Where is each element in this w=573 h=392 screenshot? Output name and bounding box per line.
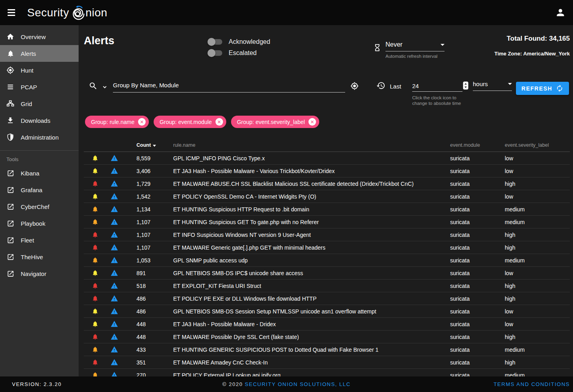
count-cell: 3,406 [122,168,162,174]
severity-label-cell: high [505,181,570,187]
table-row[interactable]: 433 ET HUNTING GENERIC SUSPICIOUS POST t… [84,343,570,356]
warning-triangle-icon [111,307,118,315]
external-link-icon [6,169,15,177]
table-row[interactable]: 518 ET EXPLOIT_KIT Fiesta URI Struct sur… [84,280,570,292]
rule-name-cell: ET POLICY External IP Lookup api.ipify.o… [162,372,450,377]
table-row[interactable]: 1,053 GPL SNMP public access udp suricat… [84,254,570,267]
external-link-icon [6,236,15,244]
user-account-icon[interactable] [551,3,570,22]
sidebar-item-hunt[interactable]: Hunt [0,62,79,79]
escalated-toggle[interactable]: Escalated [209,47,270,59]
alert-bell-icon [92,193,99,200]
table-row[interactable]: 448 ET JA3 Hash - Possible Malware - Dri… [84,318,570,331]
event-module-cell: suricata [450,219,505,225]
table-row[interactable]: 486 GPL NETBIOS SMB-DS Session Setup NTM… [84,305,570,318]
time-range-prefix: Last [390,83,401,90]
tools-section-header: Tools [0,151,79,165]
column-header-count[interactable]: Count [122,142,162,148]
table-row[interactable]: 1,134 ET HUNTING Suspicious HTTP Request… [84,203,570,216]
number-stepper-icon[interactable] [463,81,468,90]
filter-chip-group-rule-name[interactable]: Group: rule.name ✕ [85,116,149,128]
filter-chip-group-event-severity-label[interactable]: Group: event.severity_label ✕ [231,116,319,128]
chevron-down-icon [441,44,445,46]
table-row[interactable]: 1,107 ET MALWARE Generic gate[.].php GET… [84,241,570,254]
sidebar-item-cyberchef[interactable]: CyberChef [0,198,79,215]
sidebar-item-playbook[interactable]: Playbook [0,215,79,232]
refresh-interval-select[interactable]: Never Automatic refresh interval [385,41,445,59]
sidebar-item-downloads[interactable]: Downloads [0,112,79,129]
sidebar-item-grafana[interactable]: Grafana [0,181,79,198]
table-row[interactable]: 351 ET MALWARE Amadey CnC Check-In suric… [84,356,570,369]
warning-triangle-icon [111,359,118,366]
count-cell: 448 [122,334,162,340]
sidebar-item-overview[interactable]: Overview [0,28,79,45]
time-range-value-input[interactable] [412,81,462,92]
table-row[interactable]: 891 GPL NETBIOS SMB-DS IPC$ unicode shar… [84,267,570,280]
sidebar-item-alerts[interactable]: Alerts [0,45,79,62]
chip-close-icon[interactable]: ✕ [138,118,146,126]
relative-time-history-icon[interactable] [376,81,385,90]
column-header-severity-label[interactable]: event.severity_label [505,142,570,148]
chip-close-icon[interactable]: ✕ [215,118,223,126]
event-module-cell: suricata [450,155,505,162]
sidebar-item-navigator[interactable]: Navigator [0,265,79,282]
acknowledged-toggle[interactable]: Acknowledged [209,36,270,47]
column-header-rule-name[interactable]: rule.name [162,142,450,148]
search-icon[interactable] [89,81,98,91]
alert-bell-icon [92,219,99,225]
severity-label-cell: medium [505,219,570,225]
alert-bell-icon [92,155,99,162]
refresh-button[interactable]: REFRESH [516,82,569,95]
event-module-cell: suricata [450,232,505,238]
filter-chip-group-event-module[interactable]: Group: event.module ✕ [154,116,226,128]
alert-bell-icon [92,321,99,327]
alert-bell-icon [92,167,99,174]
table-row[interactable]: 1,107 ET HUNTING Suspicious GET To gate.… [84,216,570,229]
table-row[interactable]: 486 ET POLICY PE EXE or DLL Windows file… [84,292,570,305]
sidebar-item-pcap[interactable]: PCAP [0,79,79,95]
table-row[interactable]: 8,559 GPL ICMP_INFO PING Cisco Type.x su… [84,152,570,165]
alert-bell-icon [92,231,99,238]
query-input[interactable] [113,81,345,93]
toggle-switch[interactable] [209,50,222,56]
rule-name-cell: GPL NETBIOS SMB-DS IPC$ unicode share ac… [162,270,450,276]
table-row[interactable]: 1,107 ET INFO Suspicious Windows NT vers… [84,229,570,241]
table-header: Count rule.name event.module event.sever… [84,139,570,152]
time-unit-select[interactable]: hours [473,81,512,91]
warning-triangle-icon [111,231,118,238]
table-row[interactable]: 448 ET MALWARE Possible Dyre SSL Cert (f… [84,331,570,343]
solutions-link[interactable]: SECURITY ONION SOLUTIONS, LLC [245,381,351,387]
refresh-interval-caption: Automatic refresh interval [385,54,445,59]
warning-triangle-icon [111,154,118,162]
event-module-cell: suricata [450,244,505,251]
query-target-icon[interactable] [350,82,359,90]
sidebar-item-thehive[interactable]: TheHive [0,248,79,265]
warning-triangle-icon [111,282,118,290]
refresh-icon [556,85,563,92]
chip-close-icon[interactable]: ✕ [308,118,316,126]
column-header-event-module[interactable]: event.module [450,142,505,148]
bell-icon [6,49,15,58]
external-link-icon [6,219,15,228]
download-icon [6,116,15,125]
table-row[interactable]: 1,542 ET POLICY OpenSSL Demo CA - Intern… [84,190,570,203]
table-row[interactable]: 1,729 ET MALWARE ABUSE.CH SSL Blacklist … [84,177,570,190]
warning-triangle-icon [111,333,118,341]
count-cell: 1,107 [122,244,162,251]
total-found: Total Found: 34,165 [494,35,570,43]
toggle-switch[interactable] [209,39,222,45]
menu-icon[interactable] [5,5,23,21]
sidebar-item-fleet[interactable]: Fleet [0,232,79,248]
sidebar-item-kibana[interactable]: Kibana [0,165,79,181]
sidebar: Overview Alerts Hunt PCAP Grid Downloads… [0,25,79,376]
sidebar-item-grid[interactable]: Grid [0,95,79,112]
warning-triangle-icon [111,320,118,328]
event-module-cell: suricata [450,321,505,327]
app-logo: Security nion [27,5,107,20]
table-row[interactable]: 270 ET POLICY External IP Lookup api.ipi… [84,369,570,376]
sidebar-item-administration[interactable]: Administration [0,129,79,146]
query-chevron-down-icon[interactable] [102,85,107,90]
severity-label-cell: high [505,244,570,251]
query-bar: Last hours Click the clock icon to chang… [79,80,573,108]
table-row[interactable]: 3,406 ET JA3 Hash - Possible Malware - V… [84,165,570,177]
